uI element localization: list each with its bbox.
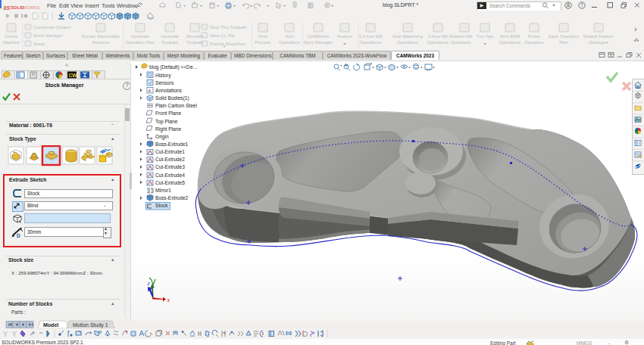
svg-text:Probe: Probe bbox=[528, 34, 539, 39]
svg-text:Motion Study 1: Motion Study 1 bbox=[73, 322, 108, 328]
svg-text:Toolpath: Toolpath bbox=[161, 40, 178, 45]
svg-text:Coordinate System: Coordinate System bbox=[33, 25, 70, 30]
svg-text:Setup: Setup bbox=[33, 42, 45, 46]
svg-text:Cut-Extrude5: Cut-Extrude5 bbox=[155, 180, 185, 185]
svg-text:Boss-Extrude2: Boss-Extrude2 bbox=[155, 195, 189, 200]
svg-text:Machine: Machine bbox=[3, 40, 20, 45]
svg-text:WORKS: WORKS bbox=[23, 5, 40, 10]
svg-text:blog (Default) <<De...: blog (Default) <<De... bbox=[149, 64, 197, 70]
svg-text:Operation Plan: Operation Plan bbox=[126, 40, 155, 45]
svg-text:Sync Manager: Sync Manager bbox=[304, 40, 332, 45]
svg-text:Stock: Stock bbox=[155, 203, 168, 208]
svg-text:Operations: Operations bbox=[360, 40, 381, 45]
svg-text:Default Feature: Default Feature bbox=[583, 34, 614, 39]
svg-text:Multiaxis Mill: Multiaxis Mill bbox=[449, 34, 473, 39]
svg-text:2.5 Axis Mill: 2.5 Axis Mill bbox=[359, 34, 383, 39]
svg-text:Origin: Origin bbox=[155, 134, 169, 140]
svg-text:Hole Machining: Hole Machining bbox=[392, 34, 423, 39]
svg-text:Solid Bodies(1): Solid Bodies(1) bbox=[155, 95, 189, 101]
svg-text:Operations: Operations bbox=[397, 40, 418, 45]
svg-text:Cut-Extrude2: Cut-Extrude2 bbox=[155, 157, 185, 162]
svg-text:Features: Features bbox=[92, 40, 110, 45]
svg-text:Strategies: Strategies bbox=[589, 40, 608, 45]
svg-text:Top Plane: Top Plane bbox=[155, 119, 178, 125]
svg-text:Annotations: Annotations bbox=[155, 88, 183, 93]
svg-text:Sensors: Sensors bbox=[155, 80, 174, 85]
svg-text:X: X bbox=[166, 297, 170, 303]
svg-text:Mirror1: Mirror1 bbox=[155, 188, 171, 193]
svg-text:Operations: Operations bbox=[279, 40, 300, 45]
svg-text:Boss-Extrude1: Boss-Extrude1 bbox=[155, 141, 189, 147]
svg-text:Stock Manager: Stock Manager bbox=[33, 33, 63, 38]
svg-text:Z: Z bbox=[147, 281, 150, 287]
svg-text:Front Plane: Front Plane bbox=[155, 110, 181, 116]
svg-text:Plan: Plan bbox=[559, 40, 568, 45]
svg-text:CW: CW bbox=[69, 73, 78, 78]
svg-text:Define: Define bbox=[5, 34, 18, 39]
svg-text:?: ? bbox=[580, 2, 583, 8]
svg-text:Save CL File: Save CL File bbox=[210, 33, 235, 38]
svg-text:Process: Process bbox=[255, 40, 271, 45]
svg-text:Toolpath: Toolpath bbox=[186, 40, 203, 45]
svg-text:Save Operation: Save Operation bbox=[549, 34, 579, 39]
svg-text:Turn Ope...: Turn Ope... bbox=[476, 34, 496, 39]
svg-text:Post: Post bbox=[258, 34, 267, 39]
svg-text:Generate: Generate bbox=[131, 34, 149, 39]
svg-text:SOLID: SOLID bbox=[11, 5, 24, 10]
svg-text:Extract Machinable: Extract Machinable bbox=[82, 34, 119, 39]
svg-text:Step Thru Toolpath: Step Thru Toolpath bbox=[210, 25, 247, 30]
svg-text:Feature: Feature bbox=[337, 34, 352, 39]
svg-text:Plain Carbon Steel: Plain Carbon Steel bbox=[155, 103, 198, 108]
svg-text:History: History bbox=[155, 73, 171, 79]
svg-text:Cut-Extrude4: Cut-Extrude4 bbox=[155, 172, 185, 178]
svg-text:Wire EDM: Wire EDM bbox=[500, 34, 521, 39]
svg-text:Right Plane: Right Plane bbox=[155, 126, 181, 132]
svg-text:Publish ShopFloor: Publish ShopFloor bbox=[210, 42, 245, 46]
svg-text:3 Axis Mill: 3 Axis Mill bbox=[428, 34, 448, 39]
svg-text:D: D bbox=[17, 233, 20, 238]
svg-text:Operations: Operations bbox=[451, 40, 471, 45]
svg-text:Cut-Extrude3: Cut-Extrude3 bbox=[155, 164, 185, 169]
svg-text:Generate: Generate bbox=[161, 34, 179, 39]
svg-text:Operation: Operation bbox=[524, 40, 543, 45]
svg-text:Operations: Operations bbox=[499, 40, 521, 45]
svg-text:Operations: Operations bbox=[427, 40, 449, 45]
svg-text:Cut-Extrude1: Cut-Extrude1 bbox=[155, 149, 185, 154]
svg-text:A: A bbox=[148, 89, 152, 93]
svg-text:Sort: Sort bbox=[286, 34, 294, 39]
svg-text:Model: Model bbox=[43, 322, 58, 328]
svg-text:CAMWorks: CAMWorks bbox=[307, 34, 329, 39]
svg-text:Simulate: Simulate bbox=[186, 34, 204, 39]
